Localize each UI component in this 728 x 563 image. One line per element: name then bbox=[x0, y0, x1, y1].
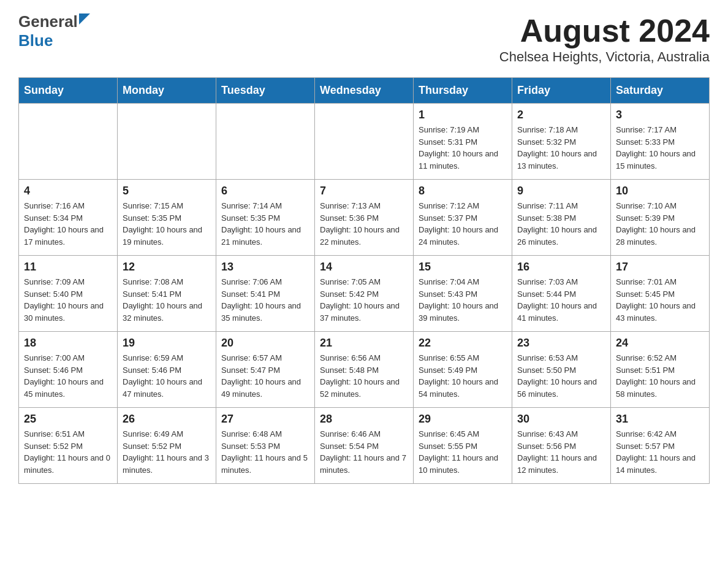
day-number: 7 bbox=[320, 185, 408, 197]
calendar-cell: 17Sunrise: 7:01 AM Sunset: 5:45 PM Dayli… bbox=[611, 256, 710, 332]
calendar-header-row: SundayMondayTuesdayWednesdayThursdayFrid… bbox=[19, 78, 710, 104]
day-info: Sunrise: 6:55 AM Sunset: 5:49 PM Dayligh… bbox=[419, 352, 507, 400]
day-number: 27 bbox=[221, 413, 309, 426]
day-info: Sunrise: 7:13 AM Sunset: 5:36 PM Dayligh… bbox=[320, 200, 408, 248]
calendar-table: SundayMondayTuesdayWednesdayThursdayFrid… bbox=[18, 77, 710, 484]
calendar-week-row: 4Sunrise: 7:16 AM Sunset: 5:34 PM Daylig… bbox=[19, 180, 710, 256]
calendar-cell: 22Sunrise: 6:55 AM Sunset: 5:49 PM Dayli… bbox=[414, 332, 512, 408]
day-number: 5 bbox=[123, 185, 211, 197]
day-info: Sunrise: 6:42 AM Sunset: 5:57 PM Dayligh… bbox=[616, 428, 704, 476]
day-number: 14 bbox=[320, 261, 408, 274]
day-info: Sunrise: 6:46 AM Sunset: 5:54 PM Dayligh… bbox=[320, 428, 408, 476]
calendar-header-thursday: Thursday bbox=[414, 78, 512, 104]
calendar-cell bbox=[118, 104, 216, 180]
day-info: Sunrise: 7:03 AM Sunset: 5:44 PM Dayligh… bbox=[517, 276, 605, 324]
day-number: 30 bbox=[517, 413, 605, 426]
day-number: 19 bbox=[123, 337, 211, 350]
day-number: 12 bbox=[123, 261, 211, 274]
calendar-cell: 26Sunrise: 6:49 AM Sunset: 5:52 PM Dayli… bbox=[118, 408, 216, 484]
calendar-cell: 7Sunrise: 7:13 AM Sunset: 5:36 PM Daylig… bbox=[315, 180, 414, 256]
calendar-cell: 16Sunrise: 7:03 AM Sunset: 5:44 PM Dayli… bbox=[512, 256, 611, 332]
calendar-cell: 14Sunrise: 7:05 AM Sunset: 5:42 PM Dayli… bbox=[315, 256, 414, 332]
day-info: Sunrise: 7:11 AM Sunset: 5:38 PM Dayligh… bbox=[517, 200, 605, 248]
day-number: 16 bbox=[517, 261, 605, 274]
day-info: Sunrise: 6:51 AM Sunset: 5:52 PM Dayligh… bbox=[24, 428, 112, 476]
calendar-week-row: 25Sunrise: 6:51 AM Sunset: 5:52 PM Dayli… bbox=[19, 408, 710, 484]
logo: General Blue bbox=[18, 12, 90, 50]
calendar-cell: 9Sunrise: 7:11 AM Sunset: 5:38 PM Daylig… bbox=[512, 180, 611, 256]
calendar-cell: 2Sunrise: 7:18 AM Sunset: 5:32 PM Daylig… bbox=[512, 104, 611, 180]
day-number: 6 bbox=[221, 185, 309, 197]
logo-blue: Blue bbox=[18, 31, 53, 50]
day-number: 11 bbox=[24, 261, 112, 274]
page-title: August 2024 bbox=[499, 12, 710, 49]
day-info: Sunrise: 7:10 AM Sunset: 5:39 PM Dayligh… bbox=[616, 200, 704, 248]
day-info: Sunrise: 6:48 AM Sunset: 5:53 PM Dayligh… bbox=[221, 428, 309, 476]
day-number: 25 bbox=[24, 413, 112, 426]
day-info: Sunrise: 6:53 AM Sunset: 5:50 PM Dayligh… bbox=[517, 352, 605, 400]
day-number: 28 bbox=[320, 413, 408, 426]
calendar-cell: 12Sunrise: 7:08 AM Sunset: 5:41 PM Dayli… bbox=[118, 256, 216, 332]
calendar-week-row: 1Sunrise: 7:19 AM Sunset: 5:31 PM Daylig… bbox=[19, 104, 710, 180]
day-info: Sunrise: 7:05 AM Sunset: 5:42 PM Dayligh… bbox=[320, 276, 408, 324]
day-number: 8 bbox=[419, 185, 507, 197]
day-number: 21 bbox=[320, 337, 408, 350]
calendar-cell: 18Sunrise: 7:00 AM Sunset: 5:46 PM Dayli… bbox=[19, 332, 118, 408]
calendar-cell: 27Sunrise: 6:48 AM Sunset: 5:53 PM Dayli… bbox=[216, 408, 315, 484]
day-info: Sunrise: 7:17 AM Sunset: 5:33 PM Dayligh… bbox=[616, 124, 704, 172]
day-info: Sunrise: 7:19 AM Sunset: 5:31 PM Dayligh… bbox=[419, 124, 507, 172]
day-number: 4 bbox=[24, 185, 112, 197]
day-info: Sunrise: 7:00 AM Sunset: 5:46 PM Dayligh… bbox=[24, 352, 112, 400]
day-info: Sunrise: 6:52 AM Sunset: 5:51 PM Dayligh… bbox=[616, 352, 704, 400]
day-info: Sunrise: 7:09 AM Sunset: 5:40 PM Dayligh… bbox=[24, 276, 112, 324]
calendar-header-saturday: Saturday bbox=[611, 78, 710, 104]
calendar-cell: 29Sunrise: 6:45 AM Sunset: 5:55 PM Dayli… bbox=[414, 408, 512, 484]
day-number: 23 bbox=[517, 337, 605, 350]
day-info: Sunrise: 7:14 AM Sunset: 5:35 PM Dayligh… bbox=[221, 200, 309, 248]
day-number: 10 bbox=[616, 185, 704, 197]
day-number: 20 bbox=[221, 337, 309, 350]
day-number: 26 bbox=[123, 413, 211, 426]
calendar-cell: 1Sunrise: 7:19 AM Sunset: 5:31 PM Daylig… bbox=[414, 104, 512, 180]
day-info: Sunrise: 6:57 AM Sunset: 5:47 PM Dayligh… bbox=[221, 352, 309, 400]
day-number: 3 bbox=[616, 109, 704, 121]
day-info: Sunrise: 7:01 AM Sunset: 5:45 PM Dayligh… bbox=[616, 276, 704, 324]
day-number: 13 bbox=[221, 261, 309, 274]
calendar-week-row: 11Sunrise: 7:09 AM Sunset: 5:40 PM Dayli… bbox=[19, 256, 710, 332]
calendar-cell: 15Sunrise: 7:04 AM Sunset: 5:43 PM Dayli… bbox=[414, 256, 512, 332]
day-number: 1 bbox=[419, 109, 507, 121]
calendar-cell: 28Sunrise: 6:46 AM Sunset: 5:54 PM Dayli… bbox=[315, 408, 414, 484]
calendar-header-wednesday: Wednesday bbox=[315, 78, 414, 104]
title-block: August 2024 Chelsea Heights, Victoria, A… bbox=[499, 12, 710, 65]
day-info: Sunrise: 7:08 AM Sunset: 5:41 PM Dayligh… bbox=[123, 276, 211, 324]
day-number: 15 bbox=[419, 261, 507, 274]
day-info: Sunrise: 6:49 AM Sunset: 5:52 PM Dayligh… bbox=[123, 428, 211, 476]
day-number: 24 bbox=[616, 337, 704, 350]
calendar-cell: 10Sunrise: 7:10 AM Sunset: 5:39 PM Dayli… bbox=[611, 180, 710, 256]
calendar-cell: 13Sunrise: 7:06 AM Sunset: 5:41 PM Dayli… bbox=[216, 256, 315, 332]
calendar-cell: 24Sunrise: 6:52 AM Sunset: 5:51 PM Dayli… bbox=[611, 332, 710, 408]
logo-general: General bbox=[18, 12, 78, 31]
day-number: 31 bbox=[616, 413, 704, 426]
calendar-cell: 4Sunrise: 7:16 AM Sunset: 5:34 PM Daylig… bbox=[19, 180, 118, 256]
svg-marker-0 bbox=[79, 13, 90, 25]
calendar-header-friday: Friday bbox=[512, 78, 611, 104]
calendar-cell: 25Sunrise: 6:51 AM Sunset: 5:52 PM Dayli… bbox=[19, 408, 118, 484]
day-info: Sunrise: 7:15 AM Sunset: 5:35 PM Dayligh… bbox=[123, 200, 211, 248]
day-info: Sunrise: 7:16 AM Sunset: 5:34 PM Dayligh… bbox=[24, 200, 112, 248]
calendar-cell: 21Sunrise: 6:56 AM Sunset: 5:48 PM Dayli… bbox=[315, 332, 414, 408]
calendar-week-row: 18Sunrise: 7:00 AM Sunset: 5:46 PM Dayli… bbox=[19, 332, 710, 408]
calendar-cell: 31Sunrise: 6:42 AM Sunset: 5:57 PM Dayli… bbox=[611, 408, 710, 484]
calendar-cell: 23Sunrise: 6:53 AM Sunset: 5:50 PM Dayli… bbox=[512, 332, 611, 408]
day-info: Sunrise: 6:45 AM Sunset: 5:55 PM Dayligh… bbox=[419, 428, 507, 476]
calendar-cell: 8Sunrise: 7:12 AM Sunset: 5:37 PM Daylig… bbox=[414, 180, 512, 256]
day-number: 9 bbox=[517, 185, 605, 197]
page-header: General Blue August 2024 Chelsea Heights… bbox=[18, 12, 710, 65]
day-number: 18 bbox=[24, 337, 112, 350]
day-number: 29 bbox=[419, 413, 507, 426]
day-info: Sunrise: 7:06 AM Sunset: 5:41 PM Dayligh… bbox=[221, 276, 309, 324]
day-info: Sunrise: 7:18 AM Sunset: 5:32 PM Dayligh… bbox=[517, 124, 605, 172]
day-info: Sunrise: 7:04 AM Sunset: 5:43 PM Dayligh… bbox=[419, 276, 507, 324]
calendar-cell bbox=[216, 104, 315, 180]
day-info: Sunrise: 6:59 AM Sunset: 5:46 PM Dayligh… bbox=[123, 352, 211, 400]
